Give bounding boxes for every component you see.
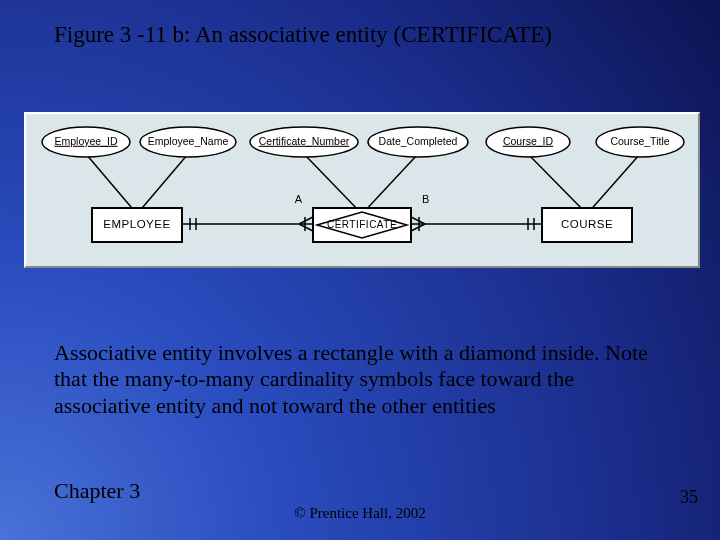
rel-label-b: B xyxy=(422,193,429,205)
figure-caption: Associative entity involves a rectangle … xyxy=(54,340,670,419)
attr-certificate-number-label: Certificate_Number xyxy=(259,135,350,147)
footer-chapter: Chapter 3 xyxy=(54,478,140,504)
attr-course-title-label: Course_Title xyxy=(610,135,669,147)
attr-date-completed-label: Date_Completed xyxy=(379,135,458,147)
attr-employee-id-label: Employee_ID xyxy=(54,135,117,147)
er-diagram-svg: Employee_ID Employee_Name Certificate_Nu… xyxy=(26,114,698,266)
crow-b-1 xyxy=(411,217,425,224)
figure-title: Figure 3 -11 b: An associative entity (C… xyxy=(54,22,552,48)
entity-course-label: COURSE xyxy=(561,218,613,230)
slide: Figure 3 -11 b: An associative entity (C… xyxy=(0,0,720,540)
crow-a-1 xyxy=(299,217,313,224)
link-datecomp-certificate xyxy=(362,154,418,214)
crow-a-2 xyxy=(299,224,313,231)
attr-course-id-label: Course_ID xyxy=(503,135,554,147)
link-empid-employee xyxy=(86,154,137,214)
entity-employee-label: EMPLOYEE xyxy=(103,218,170,230)
footer-page-number: 35 xyxy=(680,487,698,508)
link-empname-employee xyxy=(137,154,188,214)
footer-copyright: © Prentice Hall, 2002 xyxy=(0,505,720,522)
link-coursetitle-course xyxy=(587,154,640,214)
entity-certificate-label: CERTIFICATE xyxy=(327,219,397,230)
er-diagram-panel: Employee_ID Employee_Name Certificate_Nu… xyxy=(24,112,700,268)
link-certnum-certificate xyxy=(304,154,362,214)
crow-b-2 xyxy=(411,224,425,231)
attr-employee-name-label: Employee_Name xyxy=(148,135,229,147)
link-courseid-course xyxy=(528,154,587,214)
rel-label-a: A xyxy=(295,193,303,205)
